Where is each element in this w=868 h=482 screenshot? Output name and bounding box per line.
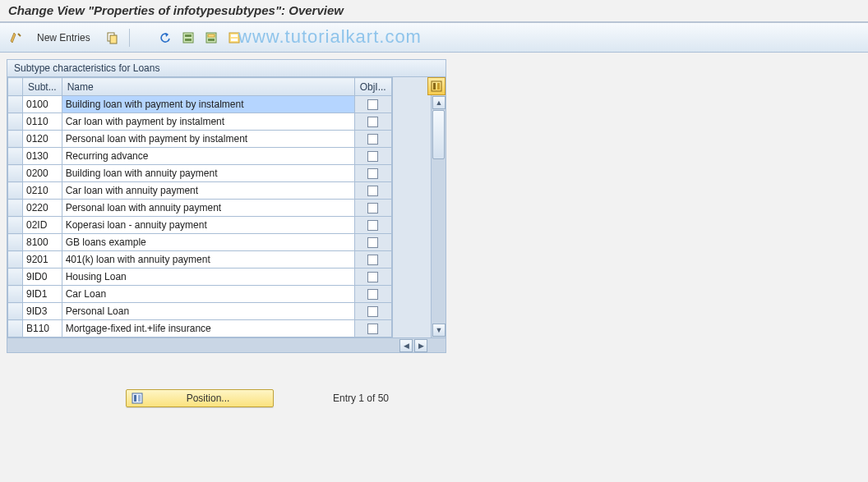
- name-cell[interactable]: [62, 148, 354, 164]
- toggle-display-button[interactable]: [7, 29, 25, 47]
- name-cell[interactable]: [62, 303, 354, 319]
- subtype-cell[interactable]: [23, 165, 62, 181]
- row-select-cell[interactable]: [8, 182, 23, 200]
- col-subtype[interactable]: Subt...: [23, 78, 62, 96]
- subtype-cell[interactable]: [23, 217, 62, 233]
- table-settings-button[interactable]: [427, 77, 446, 95]
- undo-button[interactable]: [156, 29, 174, 47]
- name-cell[interactable]: [62, 251, 354, 268]
- select-all-button[interactable]: [179, 29, 197, 47]
- obj-cell[interactable]: [354, 303, 391, 320]
- checkbox-icon[interactable]: [367, 203, 378, 213]
- subtype-cell[interactable]: [23, 182, 62, 199]
- scroll-thumb[interactable]: [432, 110, 445, 159]
- obj-cell[interactable]: [354, 200, 391, 217]
- checkbox-icon[interactable]: [367, 168, 378, 179]
- table-row: [8, 200, 392, 217]
- subtype-cell[interactable]: [23, 251, 62, 268]
- row-select-cell[interactable]: [8, 131, 23, 148]
- obj-cell[interactable]: [354, 131, 391, 148]
- row-select-cell[interactable]: [8, 165, 23, 182]
- obj-cell[interactable]: [354, 113, 391, 131]
- checkbox-icon[interactable]: [367, 289, 378, 300]
- checkbox-icon[interactable]: [367, 220, 378, 231]
- checkbox-icon[interactable]: [367, 99, 378, 110]
- row-select-cell[interactable]: [8, 286, 23, 303]
- subtype-cell[interactable]: [23, 148, 62, 164]
- checkbox-icon[interactable]: [367, 151, 378, 162]
- subtype-cell[interactable]: [23, 96, 62, 112]
- row-select-cell[interactable]: [8, 96, 23, 113]
- svg-rect-1: [110, 35, 117, 44]
- name-cell[interactable]: [62, 113, 354, 130]
- scroll-down-icon[interactable]: ▼: [432, 324, 446, 337]
- subtype-cell[interactable]: [23, 234, 62, 250]
- obj-cell[interactable]: [354, 286, 391, 303]
- svg-rect-16: [138, 395, 141, 402]
- checkbox-icon[interactable]: [367, 134, 378, 145]
- row-select-cell[interactable]: [8, 200, 23, 217]
- checkbox-icon[interactable]: [367, 117, 378, 127]
- col-obj[interactable]: ObjI...: [354, 78, 391, 96]
- name-cell[interactable]: [62, 96, 354, 112]
- name-cell[interactable]: [62, 217, 354, 233]
- table-row: [8, 303, 392, 320]
- subtype-cell[interactable]: [23, 286, 62, 302]
- checkbox-icon[interactable]: [367, 186, 378, 196]
- deselect-all-button[interactable]: [225, 29, 243, 47]
- name-cell[interactable]: [62, 131, 354, 147]
- horizontal-scrollbar[interactable]: ◀ ▶: [7, 337, 446, 352]
- table-row: [8, 165, 392, 182]
- row-select-cell[interactable]: [8, 269, 23, 286]
- subtype-cell[interactable]: [23, 269, 62, 285]
- checkbox-icon[interactable]: [367, 324, 378, 334]
- scroll-right-icon[interactable]: ▶: [414, 339, 427, 352]
- obj-cell[interactable]: [354, 182, 391, 200]
- row-select-cell[interactable]: [8, 320, 23, 337]
- row-select-cell[interactable]: [8, 113, 23, 131]
- obj-cell[interactable]: [354, 165, 391, 182]
- select-block-button[interactable]: [202, 29, 220, 47]
- col-name[interactable]: Name: [62, 78, 354, 96]
- checkbox-icon[interactable]: [367, 237, 378, 248]
- name-cell[interactable]: [62, 320, 354, 337]
- obj-cell[interactable]: [354, 96, 391, 113]
- obj-cell[interactable]: [354, 234, 391, 251]
- subtype-cell[interactable]: [23, 200, 62, 216]
- obj-cell[interactable]: [354, 217, 391, 234]
- obj-cell[interactable]: [354, 269, 391, 286]
- name-cell[interactable]: [62, 165, 354, 181]
- checkbox-icon[interactable]: [367, 272, 378, 282]
- new-entries-label: New Entries: [37, 32, 90, 44]
- row-select-cell[interactable]: [8, 217, 23, 234]
- name-cell[interactable]: [62, 269, 354, 285]
- watermark-text: www.tutorialkart.com: [238, 26, 422, 48]
- subtype-cell[interactable]: [23, 131, 62, 147]
- table-settings-icon: [431, 80, 442, 92]
- name-cell[interactable]: [62, 182, 354, 199]
- position-button[interactable]: Position...: [126, 389, 274, 407]
- obj-cell[interactable]: [354, 320, 391, 337]
- scroll-up-icon[interactable]: ▲: [432, 96, 446, 109]
- copy-as-button[interactable]: [103, 29, 121, 47]
- obj-cell[interactable]: [354, 148, 391, 165]
- subtype-cell[interactable]: [23, 303, 62, 319]
- checkbox-icon[interactable]: [367, 306, 378, 317]
- subtype-cell[interactable]: [23, 320, 62, 337]
- obj-cell[interactable]: [354, 251, 391, 269]
- svg-rect-4: [185, 39, 192, 41]
- new-entries-button[interactable]: New Entries: [30, 29, 98, 47]
- name-cell[interactable]: [62, 234, 354, 250]
- row-select-cell[interactable]: [8, 234, 23, 251]
- checkbox-icon[interactable]: [367, 255, 378, 265]
- name-cell[interactable]: [62, 286, 354, 302]
- col-select[interactable]: [8, 78, 23, 96]
- row-select-cell[interactable]: [8, 251, 23, 269]
- scroll-left-icon[interactable]: ◀: [399, 339, 413, 352]
- row-select-cell[interactable]: [8, 303, 23, 320]
- name-cell[interactable]: [62, 200, 354, 216]
- vertical-scrollbar[interactable]: ▲ ▼: [431, 95, 446, 337]
- svg-rect-3: [185, 34, 192, 37]
- subtype-cell[interactable]: [23, 113, 62, 130]
- row-select-cell[interactable]: [8, 148, 23, 165]
